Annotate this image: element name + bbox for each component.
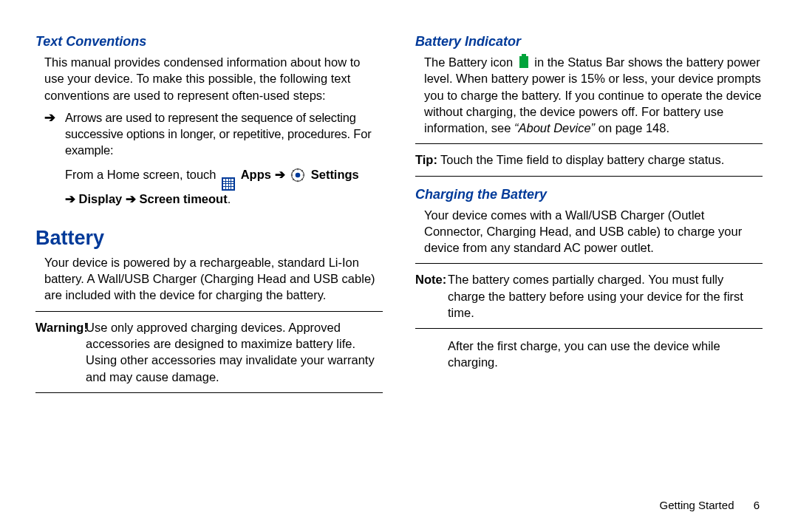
tip-label: Tip: [415,151,437,168]
divider [35,311,383,312]
divider [35,392,383,393]
divider [415,328,763,329]
divider [415,263,763,264]
charging-paragraph: Your device comes with a Wall/USB Charge… [415,207,763,256]
page-footer: Getting Started 6 [660,499,760,511]
arrow-bullet-item: ➔ Arrows are used to represent the seque… [44,109,383,208]
warning-label: Warning! [35,319,88,335]
svg-rect-10 [522,54,526,56]
indicator-pre: The Battery icon [424,55,516,69]
battery-paragraph: Your device is powered by a rechargeable… [35,254,383,304]
example-steps: From a Home screen, touch Apps ➔ [65,166,383,208]
settings-label: Settings [311,168,359,181]
heading-charging-battery: Charging the Battery [415,187,763,202]
on-page-ref: on page 148. [595,121,669,134]
footer-page-number: 6 [754,499,760,511]
left-column: Text Conventions This manual provides co… [35,34,383,400]
heading-battery-indicator: Battery Indicator [415,34,763,50]
manual-page: Text Conventions This manual provides co… [0,0,798,532]
divider [415,176,763,177]
divider [415,143,763,144]
bullet-text: Arrows are used to represent the sequenc… [65,109,383,159]
display-label: Display [79,192,126,205]
battery-icon [519,54,529,67]
right-column: Battery Indicator The Battery icon in th… [415,34,763,400]
arrow-icon: ➔ [275,168,285,181]
svg-point-1 [296,172,301,177]
apps-icon [222,177,235,191]
about-device-xref: “About Device” [514,121,595,134]
svg-rect-11 [519,56,528,68]
arrow-icon: ➔ [44,109,55,126]
arrow-icon: ➔ [65,192,75,205]
arrow-icon: ➔ [126,192,136,205]
after-note-paragraph: After the first charge, you can use the … [415,338,763,371]
heading-battery: Battery [35,227,383,250]
note-label: Note: [415,271,446,287]
warning-note: Warning! Use only approved charging devi… [35,319,383,385]
apps-label: Apps [241,168,275,181]
note-block: Note: The battery comes partially charge… [415,271,763,321]
text-conventions-paragraph: This manual provides condensed informati… [35,54,383,103]
tip-text: Touch the Time field to display battery … [440,153,724,166]
battery-indicator-paragraph: The Battery icon in the Status Bar shows… [415,54,763,136]
two-column-layout: Text Conventions This manual provides co… [35,34,763,400]
warning-text: Use only approved charging devices. Appr… [86,321,375,383]
period: . [228,192,231,205]
footer-section: Getting Started [660,499,734,511]
heading-text-conventions: Text Conventions [35,34,383,50]
settings-icon [290,168,305,183]
tip-note: Tip: Touch the Time field to display bat… [415,151,763,168]
note-text: The battery comes partially charged. You… [448,273,743,319]
example-prefix: From a Home screen, touch [65,168,219,181]
screen-timeout-label: Screen timeout [139,192,227,205]
